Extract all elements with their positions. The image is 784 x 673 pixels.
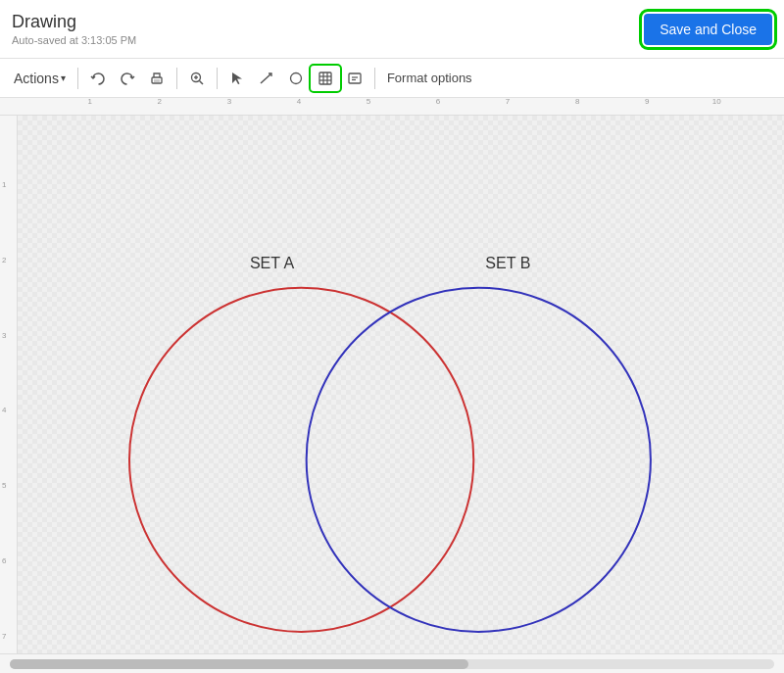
ruler-tick-2: 2 (158, 98, 162, 106)
actions-label: Actions (14, 71, 59, 86)
canvas-row: 1 2 3 4 5 6 7 SET A SET B (0, 116, 784, 653)
set-a-label: SET A (250, 254, 294, 271)
ruler-tick-3: 3 (227, 98, 231, 106)
circle-a (129, 288, 473, 632)
svg-line-6 (261, 73, 271, 83)
actions-dropdown-icon: ▾ (61, 72, 66, 83)
table-tool-button[interactable] (312, 67, 339, 90)
bottom-bar (0, 653, 784, 673)
top-ruler: 1 2 3 4 5 6 7 8 9 10 (0, 98, 784, 116)
zoom-button[interactable] (183, 67, 211, 90)
toolbar-divider-4 (374, 68, 375, 89)
header: Drawing Auto-saved at 3:13:05 PM Save an… (0, 0, 784, 59)
svg-rect-8 (319, 72, 331, 84)
ruler-tick-6: 6 (436, 98, 440, 106)
line-tool-button[interactable] (253, 67, 280, 90)
toolbar-divider-3 (217, 68, 218, 89)
header-left: Drawing Auto-saved at 3:13:05 PM (12, 12, 136, 46)
redo-button[interactable] (114, 67, 141, 90)
ruler-tick-5: 5 (367, 98, 370, 106)
ruler-tick-10: 10 (712, 98, 721, 106)
set-b-label: SET B (485, 254, 530, 271)
undo-icon (90, 71, 106, 86)
left-tick-4: 4 (2, 406, 6, 414)
canvas-area: 1 2 3 4 5 6 7 8 9 10 1 2 3 4 5 6 7 (0, 98, 784, 673)
venn-diagram: SET A SET B (18, 116, 784, 653)
line-icon (259, 71, 274, 86)
drawing-canvas[interactable]: SET A SET B (18, 116, 784, 653)
left-tick-5: 5 (2, 481, 6, 490)
print-icon (149, 71, 165, 86)
ruler-tick-4: 4 (297, 98, 301, 106)
select-tool-button[interactable] (223, 67, 251, 90)
select-icon (229, 71, 245, 86)
circle-b (307, 288, 651, 632)
svg-rect-1 (154, 79, 160, 82)
left-tick-6: 6 (2, 556, 6, 565)
page-title: Drawing (12, 12, 136, 32)
redo-icon (120, 71, 135, 86)
left-tick-3: 3 (2, 331, 6, 340)
autosave-status: Auto-saved at 3:13:05 PM (12, 34, 136, 46)
ruler-tick-1: 1 (88, 98, 92, 106)
undo-button[interactable] (84, 67, 112, 90)
horizontal-scrollbar-thumb[interactable] (10, 659, 468, 669)
textbox-icon (347, 71, 363, 86)
format-options-button[interactable]: Format options (381, 67, 478, 89)
left-tick-2: 2 (2, 256, 6, 264)
textbox-tool-button[interactable] (341, 67, 368, 90)
ruler-tick-9: 9 (645, 98, 649, 106)
svg-line-3 (199, 80, 203, 84)
zoom-icon (189, 71, 205, 86)
ruler-tick-8: 8 (575, 98, 579, 106)
table-icon (318, 71, 333, 86)
save-and-close-button[interactable]: Save and Close (644, 14, 772, 45)
ruler-tick-7: 7 (506, 98, 510, 106)
left-tick-7: 7 (2, 632, 6, 641)
toolbar-divider-2 (176, 68, 177, 89)
print-button[interactable] (143, 67, 171, 90)
shape-tool-button[interactable] (282, 67, 310, 90)
toolbar-divider-1 (77, 68, 78, 89)
left-ruler: 1 2 3 4 5 6 7 (0, 116, 18, 653)
svg-point-7 (290, 72, 301, 83)
actions-button[interactable]: Actions ▾ (8, 67, 72, 90)
toolbar: Actions ▾ (0, 59, 784, 98)
svg-rect-13 (349, 73, 361, 83)
left-tick-1: 1 (2, 180, 6, 189)
shape-icon (288, 71, 304, 86)
